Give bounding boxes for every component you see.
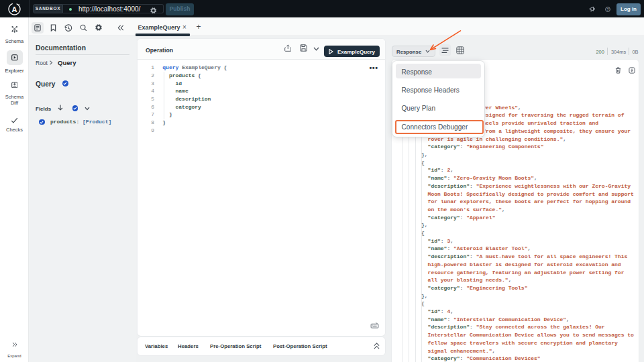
svg-text:A: A: [12, 5, 17, 13]
svg-text:?: ?: [606, 7, 608, 11]
